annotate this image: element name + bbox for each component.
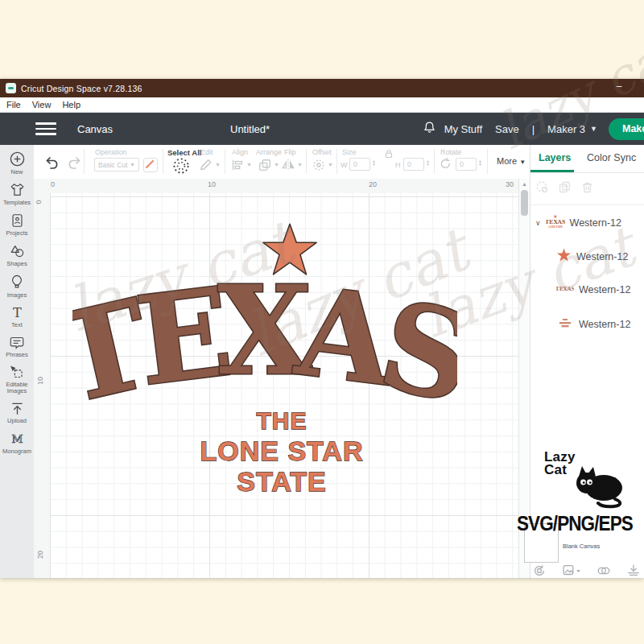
duplicate-image-icon[interactable] xyxy=(562,564,581,578)
operation-dropdown[interactable]: Basic Cut ▼ xyxy=(94,158,139,171)
height-label: H xyxy=(395,161,401,169)
sidebar-item-phrases[interactable]: Phrases xyxy=(0,335,34,358)
layer-name: Western-12 xyxy=(576,251,628,262)
offset-icon[interactable] xyxy=(312,158,326,175)
more-button[interactable]: More ▼ xyxy=(497,156,526,166)
delete-layer-icon[interactable] xyxy=(580,180,594,197)
hamburger-menu-icon[interactable] xyxy=(35,122,56,135)
group-chevron-down-icon[interactable]: ∨ xyxy=(535,219,541,227)
attach-icon[interactable] xyxy=(597,564,611,578)
left-sidebar: New Templates Projects Shapes Images T T… xyxy=(0,145,34,578)
menu-bar: File View Help xyxy=(0,97,644,113)
new-plus-icon xyxy=(9,151,26,167)
height-stepper[interactable]: ▲▼ xyxy=(426,159,430,166)
machine-selector[interactable]: Maker 3 xyxy=(547,123,585,135)
ruler-tick: 10 xyxy=(208,180,216,188)
rotate-input[interactable]: 0 xyxy=(456,158,477,171)
my-stuff-link[interactable]: My Stuff xyxy=(444,123,482,135)
canvas-grid[interactable]: T E X A S THE LONE STAR STATE xyxy=(50,193,519,578)
machine-chevron-down-icon[interactable]: ▼ xyxy=(590,125,597,133)
align-label: Align xyxy=(232,148,248,156)
black-cat-logo-icon xyxy=(573,464,626,514)
group-thumbnail: TEXASLONE STAR xyxy=(546,214,565,232)
select-layer-icon[interactable] xyxy=(535,180,549,197)
flip-caret-icon[interactable]: ▼ xyxy=(297,162,303,167)
texas-arched-text[interactable]: T E X A S xyxy=(72,258,457,403)
svg-text:M: M xyxy=(11,432,23,445)
tshirt-icon xyxy=(9,182,26,198)
sidebar-item-editable-images[interactable]: Editable Images xyxy=(0,365,34,394)
align-icon[interactable] xyxy=(230,158,245,175)
flip-icon[interactable] xyxy=(281,158,295,175)
design-canvas[interactable]: 0 10 20 30 0 10 20 T E xyxy=(34,179,530,578)
sidebar-item-projects[interactable]: Projects xyxy=(0,213,34,237)
toolbar-divider xyxy=(225,149,225,174)
document-title[interactable]: Untitled* xyxy=(230,123,270,135)
sidebar-item-new[interactable]: New xyxy=(0,151,34,175)
group-objects-icon[interactable] xyxy=(532,564,547,578)
sidebar-item-text[interactable]: T Text xyxy=(0,305,34,328)
sidebar-item-monogram[interactable]: M Monogram xyxy=(0,431,34,455)
state-layer-thumbnail xyxy=(556,317,574,332)
save-button[interactable]: Save xyxy=(495,123,519,135)
sidebar-item-label: Phrases xyxy=(6,352,28,358)
rotate-icon[interactable] xyxy=(439,157,452,174)
sidebar-item-label: New xyxy=(10,169,23,175)
width-stepper[interactable]: ▲▼ xyxy=(372,159,376,166)
operation-label: Operation xyxy=(95,148,127,156)
rotate-stepper[interactable]: ▲▼ xyxy=(478,159,482,166)
duplicate-layer-icon[interactable] xyxy=(558,180,572,197)
ruler-tick: 0 xyxy=(35,200,43,204)
layer-group-row[interactable]: ∨ TEXASLONE STAR Western-12 xyxy=(535,214,621,232)
make-it-button[interactable]: Make It xyxy=(609,118,644,140)
toolbar-divider xyxy=(336,149,337,174)
undo-icon[interactable] xyxy=(43,155,60,174)
sidebar-item-templates[interactable]: Templates xyxy=(0,182,34,206)
sidebar-item-shapes[interactable]: Shapes xyxy=(0,243,34,267)
menu-view[interactable]: View xyxy=(32,100,52,109)
active-tab-underline xyxy=(530,170,574,172)
edit-pencil-icon[interactable] xyxy=(198,157,213,175)
arrange-icon[interactable] xyxy=(258,158,272,175)
layer-row-state[interactable]: Western-12 xyxy=(556,317,630,332)
layer-row-star[interactable]: Western-12 xyxy=(556,248,628,266)
width-label: W xyxy=(341,161,348,169)
align-caret-icon[interactable]: ▼ xyxy=(246,162,252,167)
offset-caret-icon[interactable]: ▼ xyxy=(328,162,333,167)
tab-color-sync[interactable]: Color Sync xyxy=(587,152,636,163)
toolbar-divider xyxy=(163,149,163,174)
redo-icon[interactable] xyxy=(67,155,83,174)
select-all-label[interactable]: Select All xyxy=(167,148,201,157)
operation-caret-icon: ▼ xyxy=(130,162,135,167)
tab-layers[interactable]: Layers xyxy=(539,152,571,163)
edit-caret-icon[interactable]: ▼ xyxy=(215,162,221,167)
edit-toolbar: Operation Basic Cut ▼ Select All Edit ▼ … xyxy=(34,145,530,180)
select-all-icon[interactable] xyxy=(172,157,190,178)
lone-star-state-text[interactable]: THE LONE STAR STATE xyxy=(175,407,389,499)
toolbar-divider xyxy=(306,149,307,174)
sidebar-item-upload[interactable]: Upload xyxy=(0,401,34,424)
scroll-up-arrow-icon[interactable]: ▲ xyxy=(522,181,527,187)
menu-file[interactable]: File xyxy=(6,100,21,109)
toolbar-divider xyxy=(487,149,488,174)
menu-help[interactable]: Help xyxy=(62,100,80,109)
color-swatch[interactable] xyxy=(143,158,158,172)
flatten-icon[interactable] xyxy=(626,564,641,578)
canvas-label[interactable]: Canvas xyxy=(77,123,113,135)
lock-ratio-icon[interactable] xyxy=(383,148,394,163)
lazy-cat-brand: Lazy Cat xyxy=(544,451,576,477)
cricut-app-window: Cricut Design Space v7.28.136 – File Vie… xyxy=(0,79,644,578)
minimize-button[interactable]: – xyxy=(613,80,625,92)
rotate-label: Rotate xyxy=(440,148,462,156)
offset-label: Offset xyxy=(312,148,332,156)
scrollbar-thumb[interactable] xyxy=(521,190,528,216)
width-input[interactable]: 0 xyxy=(349,158,370,171)
layer-row-texas[interactable]: TEXAS Western-12 xyxy=(556,283,630,297)
height-input[interactable]: 0 xyxy=(403,158,424,171)
arrange-caret-icon[interactable]: ▼ xyxy=(274,162,279,167)
upload-icon xyxy=(10,401,25,416)
notifications-bell-icon[interactable] xyxy=(423,120,436,138)
vertical-ruler: 0 10 20 xyxy=(34,193,51,578)
star-layer-thumbnail xyxy=(556,248,572,266)
sidebar-item-images[interactable]: Images xyxy=(0,274,34,299)
